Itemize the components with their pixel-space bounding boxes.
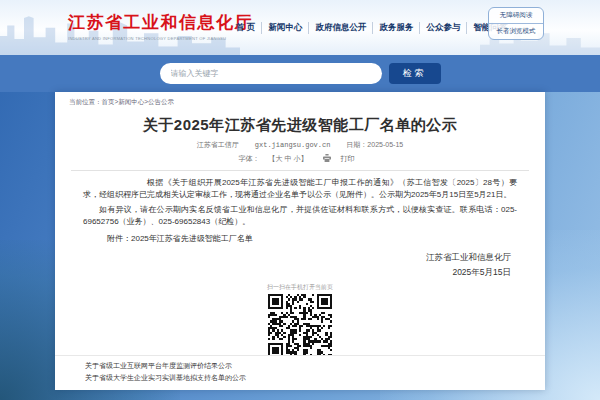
article-date: 日期：2025-05-15 [346,141,403,148]
elder-mode-button[interactable]: 长者浏览模式 [489,24,543,39]
article-source-url: gxt.jiangsu.gov.cn [255,141,331,149]
site-title-english: INDUSTRY AND INFORMATION TECHNOLOGY DEPA… [68,36,226,41]
signature-date: 2025年5月15日 [89,265,511,280]
site-header: 江苏省工业和信息化厅 INDUSTRY AND INFORMATION TECH… [0,0,600,55]
article-title: 关于2025年江苏省先进级智能工厂名单的公示 [79,116,521,135]
article-paragraph: 如有异议，请在公示期内实名反馈省工业和信息化厅，并提供佐证材料和联系方式，以便核… [83,204,517,229]
page: 江苏省工业和信息化厅 INDUSTRY AND INFORMATION TECH… [0,0,600,400]
print-label: 打印 [340,155,354,162]
nav-item-home[interactable]: 首 页 [230,22,261,34]
attachment-link[interactable]: 附件：2025年江苏省先进级智能工厂名单 [83,233,517,245]
search-button[interactable]: 检索 [389,63,441,84]
print-icon [323,154,331,162]
related-links: 关于省级工业互联网平台年度监测评价结果公示 关于省级大学生企业实习实训基地拟支持… [55,355,545,390]
breadcrumb[interactable]: 当前位置：首页>新闻中心>公告公示 [55,92,545,109]
search-band: 检索 [0,55,600,92]
signature-department: 江苏省工业和信息化厅 [89,250,511,265]
article-signature: 江苏省工业和信息化厅 2025年5月15日 [55,245,545,281]
nav-item-participation[interactable]: 公众参与 [419,22,466,34]
qr-code [268,294,332,358]
print-button[interactable]: 打印 [323,155,361,162]
article-toolbar: 字体： 【大 中 小】 打印 [55,154,545,164]
search-input[interactable] [160,63,382,84]
article-body: 根据《关于组织开展2025年江苏省先进级智能工厂申报工作的通知》（苏工信智发〔2… [55,171,545,245]
nav-item-news[interactable]: 新闻中心 [261,22,308,34]
qr-caption: 扫一扫在手机打开当前页 [55,283,545,292]
related-link[interactable]: 关于省级工业互联网平台年度监测评价结果公示 [85,361,515,371]
article-meta: 江苏省工信厅 gxt.jiangsu.gov.cn 日期：2025-05-15 [55,140,545,150]
article-source-label: 江苏省工信厅 [197,141,239,148]
main-nav: 首 页 新闻中心 政府信息公开 政务服务 公众参与 智能问答 [230,22,513,34]
accessibility-box: 无障碍阅读 长者浏览模式 [488,7,544,40]
article-paragraph: 根据《关于组织开展2025年江苏省先进级智能工厂申报工作的通知》（苏工信智发〔2… [83,177,517,202]
qr-section: 扫一扫在手机打开当前页 [55,283,545,362]
accessible-reading-button[interactable]: 无障碍阅读 [489,8,543,24]
font-size-controls[interactable]: 【大 中 小】 [269,155,308,162]
related-link[interactable]: 关于省级大学生企业实习实训基地拟支持名单的公示 [85,373,515,383]
article-card: 当前位置：首页>新闻中心>公告公示 关于2025年江苏省先进级智能工厂名单的公示… [55,92,545,390]
nav-item-services[interactable]: 政务服务 [372,22,419,34]
font-size-label: 字体： [239,155,260,162]
nav-item-gov-info[interactable]: 政府信息公开 [308,22,372,34]
